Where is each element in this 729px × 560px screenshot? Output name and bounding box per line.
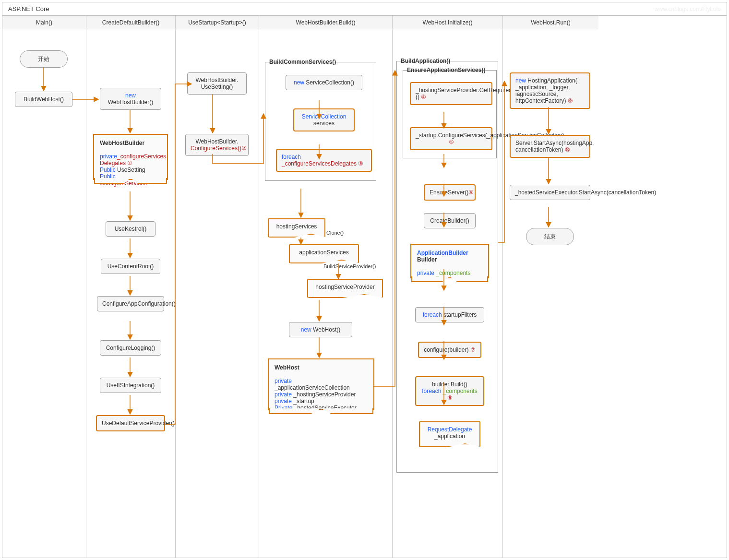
diagram-title: ASP.NET Core xyxy=(8,5,49,12)
watermark: www.cnblogs.com/FlyLolo xyxy=(655,6,721,12)
note-title: WebHostBuilder xyxy=(100,140,144,146)
ensure-app-services-group: EnsureApplicationServices() _hostingServ… xyxy=(403,70,497,158)
builder-build-box: builder.Build() foreach _components ⑧ xyxy=(415,376,484,406)
ensure-server-box: EnsureServer()⑥ xyxy=(424,184,476,201)
new-webhostbuilder-box: new WebHostBuilder() xyxy=(100,88,161,110)
lane-header-run: WebHost.Run() xyxy=(503,16,598,29)
diagram-container: ASP.NET Core www.cnblogs.com/FlyLolo Mai… xyxy=(2,2,727,558)
end-node: 结束 xyxy=(526,228,574,245)
swimlanes: Main() 开始 BuildWebHost() CreateDefaultBu… xyxy=(2,16,727,558)
hosting-sp-doc: hostingServiceProvider xyxy=(307,279,383,298)
lane-header-main: Main() xyxy=(2,16,86,29)
configure-appconfig-box: ConfigureAppConfiguration() xyxy=(97,296,164,311)
build-common-services-group: BuildCommonServices() new ServiceCollect… xyxy=(265,62,376,181)
hosting-services-doc: hostingServices xyxy=(268,218,325,238)
application-services-doc: applicationServices xyxy=(289,244,359,263)
use-iis-box: UseIISIntegration() xyxy=(100,378,161,393)
lane-header-cdb: CreateDefaultBuilder() xyxy=(86,16,175,29)
lane-header-init: WebHost.Initialize() xyxy=(393,16,502,29)
new-kw: new xyxy=(125,92,136,99)
new-whb-label: WebHostBuilder() xyxy=(108,99,153,106)
build-sp-label: BuildServiceProvider() xyxy=(323,263,376,269)
configure-services-box: WebHostBuilder. ConfigureServices()② xyxy=(185,134,249,156)
title-bar: ASP.NET Core www.cnblogs.com/FlyLolo xyxy=(2,2,727,16)
create-builder-box: CreateBuilder() xyxy=(424,213,476,228)
get-required-service-box: _hostingServiceProvider.GetRequiredServi… xyxy=(410,82,492,105)
build-webhost-box: BuildWebHost() xyxy=(15,92,72,107)
application-builder-note: ApplicationBuilder Builder private _comp… xyxy=(410,244,489,278)
configure-logging-box: ConfigureLogging() xyxy=(100,340,161,356)
new-servicecollection-box: new ServiceCollection() xyxy=(286,75,362,90)
new-hostingapp-box: new HostingApplication( _application, _l… xyxy=(510,72,590,109)
group-label-eas: EnsureApplicationServices() xyxy=(406,67,486,73)
configure-builder-box: configure(builder) ⑦ xyxy=(418,342,481,358)
lane-header-build: WebHostBuilder.Build() xyxy=(259,16,392,29)
build-application-group: BuildApplication() EnsureApplicationServ… xyxy=(396,61,498,473)
lane-cdb: CreateDefaultBuilder() new WebHostBuilde… xyxy=(86,16,175,558)
lane-run: WebHost.Run() new HostingApplication( _a… xyxy=(502,16,598,558)
startup-configureservices-box: _startup.ConfigureServices(_applicationS… xyxy=(410,127,492,150)
lane-main: Main() 开始 BuildWebHost() xyxy=(2,16,86,558)
group-label-ba: BuildApplication() xyxy=(400,58,451,64)
lane-header-us: UseStartup<Startup>() xyxy=(176,16,259,29)
new-webhost-box: new WebHost() xyxy=(289,322,352,337)
webhostbuilder-note: WebHostBuilder private_configureServices… xyxy=(93,134,168,180)
webhost-note: WebHost private _applicationServiceColle… xyxy=(268,358,374,410)
start-node: 开始 xyxy=(20,50,68,68)
use-default-sp-box: UseDefaultServiceProvider() xyxy=(96,415,165,431)
use-contentroot-box: UseContentRoot() xyxy=(101,259,160,274)
lane-build: WebHostBuilder.Build() BuildCommonServic… xyxy=(259,16,392,558)
server-start-box: Server.StartAsync(hostingApp, cancellati… xyxy=(510,135,590,158)
lane-initialize: WebHost.Initialize() BuildApplication() … xyxy=(392,16,502,558)
foreach-delegates-box: foreach _configureServicesDelegates ③ xyxy=(276,149,372,172)
hosted-exec-box: _hostedServiceExecutor.StartAsync(cancel… xyxy=(510,185,590,200)
use-kestrel-box: UseKestrel() xyxy=(106,221,155,237)
clone-label: Clone() xyxy=(326,230,344,236)
group-label-bcs: BuildCommonServices() xyxy=(268,59,337,65)
use-setting-box: WebHostBuilder. UseSetting() xyxy=(187,72,247,95)
servicecollection-services-box: ServiceCollection services xyxy=(293,108,355,131)
request-delegate-doc: RequestDelegate _application xyxy=(419,421,480,447)
foreach-filters-box: foreach startupFilters xyxy=(415,307,484,322)
lane-usestartup: UseStartup<Startup>() WebHostBuilder. Us… xyxy=(175,16,259,558)
